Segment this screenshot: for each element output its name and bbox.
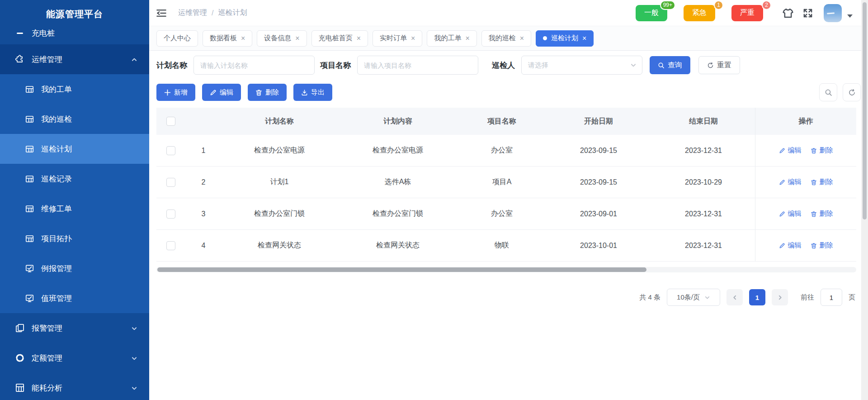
table-search-button[interactable] <box>819 83 837 101</box>
table-header-row: 计划名称 计划内容 项目名称 开始日期 结束日期 操作 <box>156 108 856 135</box>
breadcrumb-item[interactable]: 运维管理 <box>178 8 207 18</box>
row-project-name: 办公室 <box>458 135 545 166</box>
close-icon[interactable]: × <box>295 35 299 42</box>
tab-label: 数据看板 <box>210 34 237 43</box>
delete-button-label: 删除 <box>265 88 279 97</box>
row-edit-link[interactable]: 编辑 <box>779 210 802 218</box>
page-number-button[interactable]: 1 <box>749 289 765 305</box>
sidebar-item-project-topology[interactable]: 项目拓扑 <box>0 224 149 253</box>
sidebar-item-charging-pile[interactable]: 充电桩 <box>0 22 149 44</box>
sidebar-group-quota-management[interactable]: 定额管理 <box>0 343 149 373</box>
copy-icon <box>15 324 24 333</box>
alert-label: 紧急 <box>692 8 707 18</box>
row-end-date: 2023-12-31 <box>652 135 755 166</box>
close-icon[interactable]: × <box>411 35 415 42</box>
sidebar-group-label: 定额管理 <box>32 353 62 363</box>
row-edit-link[interactable]: 编辑 <box>779 146 802 155</box>
row-delete-link[interactable]: 删除 <box>811 146 833 155</box>
sidebar-item-duty-management[interactable]: 值班管理 <box>0 283 149 313</box>
delete-button[interactable]: 删除 <box>248 84 287 101</box>
goto-page-input[interactable] <box>821 289 842 306</box>
close-icon[interactable]: × <box>582 35 586 42</box>
export-button-label: 导出 <box>311 88 325 97</box>
table-icon <box>25 145 34 153</box>
toolbar-right <box>819 83 861 101</box>
next-page-button[interactable] <box>772 289 788 305</box>
close-icon[interactable]: × <box>465 35 469 42</box>
avatar[interactable] <box>824 4 842 22</box>
edit-button[interactable]: 编辑 <box>202 84 241 101</box>
pencil-icon <box>779 148 785 154</box>
plan-name-input[interactable] <box>193 56 315 75</box>
sidebar-group-ops-management[interactable]: 运维管理 <box>0 44 149 74</box>
row-checkbox[interactable] <box>166 178 175 187</box>
edit-button-label: 编辑 <box>220 88 233 97</box>
table-icon <box>25 205 34 213</box>
alert-general-button[interactable]: 一般 99+ <box>636 5 667 21</box>
tab-inspection-plan[interactable]: 巡检计划 × <box>536 30 594 47</box>
prev-page-button[interactable] <box>726 289 743 305</box>
row-delete-link[interactable]: 删除 <box>811 210 833 218</box>
tab-my-workorders[interactable]: 我的工单 × <box>427 30 476 47</box>
inspector-select[interactable]: 请选择 <box>521 56 642 75</box>
vertical-scrollbar-thumb[interactable] <box>863 2 867 219</box>
row-delete-link[interactable]: 删除 <box>811 178 833 186</box>
tab-personal-center[interactable]: 个人中心 <box>156 30 198 47</box>
table-refresh-button[interactable] <box>843 83 861 101</box>
sidebar-group-label: 报警管理 <box>32 323 62 333</box>
tab-device-info[interactable]: 设备信息 × <box>257 30 307 47</box>
sidebar-item-label: 我的巡检 <box>41 114 72 124</box>
reset-button[interactable]: 重置 <box>698 56 740 74</box>
sidebar-submenu-ops: 我的工单 我的巡检 巡检计划 巡检记录 维修工单 项目拓扑 <box>0 74 149 313</box>
row-plan-name: 检查办公室门锁 <box>222 198 337 229</box>
sidebar-item-routine-reports[interactable]: 例报管理 <box>0 253 149 283</box>
tab-data-board[interactable]: 数据看板 × <box>203 30 252 47</box>
export-button[interactable]: 导出 <box>293 84 332 101</box>
row-edit-link[interactable]: 编辑 <box>779 178 802 186</box>
table-row: 2 计划1 选件A栋 项目A 2023-09-15 2023-10-29 编辑 … <box>156 167 856 198</box>
pencil-icon <box>779 243 785 249</box>
tab-my-inspection[interactable]: 我的巡检 × <box>481 30 531 47</box>
row-index: 2 <box>185 167 222 198</box>
project-name-input[interactable] <box>357 56 478 75</box>
sidebar-item-my-workorders[interactable]: 我的工单 <box>0 74 149 104</box>
theme-tshirt-icon[interactable] <box>781 6 795 20</box>
sidebar-item-my-inspection[interactable]: 我的巡检 <box>0 104 149 134</box>
row-checkbox[interactable] <box>166 241 175 250</box>
row-checkbox[interactable] <box>166 210 175 219</box>
tab-label: 巡检计划 <box>551 34 578 43</box>
search-button[interactable]: 查询 <box>650 56 690 74</box>
add-button[interactable]: 新增 <box>156 84 195 101</box>
tab-realtime-orders[interactable]: 实时订单 × <box>373 30 422 47</box>
sidebar-group-label: 运维管理 <box>32 54 62 65</box>
pagination: 共 4 条 10条/页 1 前往 页 <box>149 272 868 306</box>
goto-label: 前往 <box>801 293 814 302</box>
page-size-select[interactable]: 10条/页 <box>667 289 720 306</box>
close-icon[interactable]: × <box>520 35 524 42</box>
sidebar-group-alarm-management[interactable]: 报警管理 <box>0 313 149 343</box>
horizontal-scrollbar-thumb[interactable] <box>157 267 646 272</box>
close-icon[interactable]: × <box>357 35 361 42</box>
chevron-down-icon <box>131 385 137 391</box>
alert-critical-button[interactable]: 严重 2 <box>731 5 763 21</box>
puzzle-icon <box>15 55 24 64</box>
sidebar-item-inspection-plan[interactable]: 巡检计划 <box>0 134 149 164</box>
row-delete-link[interactable]: 删除 <box>811 241 833 250</box>
collapse-sidebar-icon[interactable] <box>156 9 166 17</box>
row-edit-link[interactable]: 编辑 <box>779 241 802 250</box>
chevron-down-icon[interactable] <box>847 14 853 18</box>
sidebar-item-repair-workorders[interactable]: 维修工单 <box>0 194 149 224</box>
row-checkbox[interactable] <box>166 146 175 155</box>
column-header: 计划内容 <box>337 108 458 135</box>
sidebar-group-energy-analysis[interactable]: 能耗分析 <box>0 373 149 400</box>
close-icon[interactable]: × <box>241 35 245 42</box>
alert-urgent-button[interactable]: 紧急 1 <box>684 5 715 21</box>
fullscreen-icon[interactable] <box>801 6 815 20</box>
pencil-icon <box>210 89 217 96</box>
tab-charging-home[interactable]: 充电桩首页 × <box>311 30 368 47</box>
sidebar-item-inspection-records[interactable]: 巡检记录 <box>0 164 149 194</box>
row-end-date: 2023-12-31 <box>652 198 755 229</box>
chevron-down-icon <box>131 355 137 361</box>
chevron-down-icon <box>704 295 710 300</box>
select-all-checkbox[interactable] <box>166 117 175 126</box>
